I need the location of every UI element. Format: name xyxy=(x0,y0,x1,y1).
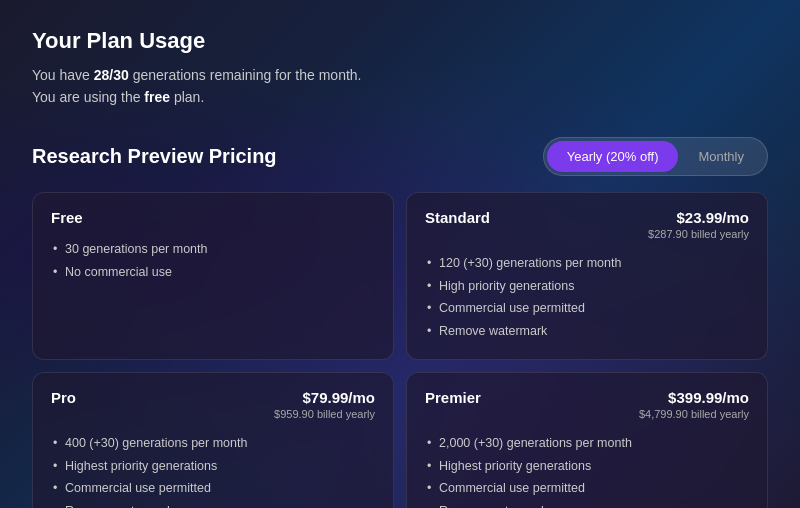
pro-price-block: $79.99/mo $959.90 billed yearly xyxy=(274,389,375,420)
standard-feature-4: Remove watermark xyxy=(425,320,749,343)
yearly-toggle-button[interactable]: Yearly (20% off) xyxy=(547,141,679,172)
desc-mid: generations remaining for the month. xyxy=(129,67,362,83)
standard-price: $23.99/mo xyxy=(648,209,749,226)
free-plan-features: 30 generations per month No commercial u… xyxy=(51,238,375,284)
pro-price: $79.99/mo xyxy=(274,389,375,406)
free-plan-name: Free xyxy=(51,209,83,226)
premier-feature-1: 2,000 (+30) generations per month xyxy=(425,432,749,455)
pricing-header: Research Preview Pricing Yearly (20% off… xyxy=(32,137,768,176)
free-plan-header: Free xyxy=(51,209,375,226)
standard-plan-features: 120 (+30) generations per month High pri… xyxy=(425,252,749,343)
free-feature-2: No commercial use xyxy=(51,261,375,284)
pricing-title: Research Preview Pricing xyxy=(32,145,277,168)
premier-plan-header: Premier $399.99/mo $4,799.90 billed year… xyxy=(425,389,749,420)
plans-grid: Free 30 generations per month No commerc… xyxy=(32,192,768,508)
premier-price-block: $399.99/mo $4,799.90 billed yearly xyxy=(639,389,749,420)
standard-billed: $287.90 billed yearly xyxy=(648,228,749,240)
premier-plan-card: Premier $399.99/mo $4,799.90 billed year… xyxy=(406,372,768,508)
premier-feature-2: Highest priority generations xyxy=(425,455,749,478)
pro-feature-4: Remove watermark xyxy=(51,500,375,508)
standard-plan-card: Standard $23.99/mo $287.90 billed yearly… xyxy=(406,192,768,360)
standard-plan-name: Standard xyxy=(425,209,490,226)
pricing-section: Research Preview Pricing Yearly (20% off… xyxy=(32,137,768,508)
standard-plan-header: Standard $23.99/mo $287.90 billed yearly xyxy=(425,209,749,240)
pro-feature-2: Highest priority generations xyxy=(51,455,375,478)
pro-plan-features: 400 (+30) generations per month Highest … xyxy=(51,432,375,508)
free-plan-card: Free 30 generations per month No commerc… xyxy=(32,192,394,360)
pro-plan-card: Pro $79.99/mo $959.90 billed yearly 400 … xyxy=(32,372,394,508)
pro-plan-header: Pro $79.99/mo $959.90 billed yearly xyxy=(51,389,375,420)
standard-price-block: $23.99/mo $287.90 billed yearly xyxy=(648,209,749,240)
standard-feature-3: Commercial use permitted xyxy=(425,297,749,320)
standard-feature-1: 120 (+30) generations per month xyxy=(425,252,749,275)
plan-usage-title: Your Plan Usage xyxy=(32,28,768,54)
monthly-toggle-button[interactable]: Monthly xyxy=(678,141,764,172)
desc-line2-suffix: plan. xyxy=(170,89,204,105)
billing-toggle-group: Yearly (20% off) Monthly xyxy=(543,137,768,176)
premier-billed: $4,799.90 billed yearly xyxy=(639,408,749,420)
free-feature-1: 30 generations per month xyxy=(51,238,375,261)
pro-plan-name: Pro xyxy=(51,389,76,406)
plan-name-bold: free xyxy=(144,89,170,105)
premier-price: $399.99/mo xyxy=(639,389,749,406)
main-container: Your Plan Usage You have 28/30 generatio… xyxy=(0,0,800,508)
usage-count: 28/30 xyxy=(94,67,129,83)
premier-feature-3: Commercial use permitted xyxy=(425,477,749,500)
desc-line2-prefix: You are using the xyxy=(32,89,144,105)
premier-plan-features: 2,000 (+30) generations per month Highes… xyxy=(425,432,749,508)
pro-feature-1: 400 (+30) generations per month xyxy=(51,432,375,455)
plan-usage-description: You have 28/30 generations remaining for… xyxy=(32,64,768,109)
plan-usage-section: Your Plan Usage You have 28/30 generatio… xyxy=(32,28,768,109)
premier-feature-4: Remove watermark xyxy=(425,500,749,508)
pro-feature-3: Commercial use permitted xyxy=(51,477,375,500)
premier-plan-name: Premier xyxy=(425,389,481,406)
standard-feature-2: High priority generations xyxy=(425,275,749,298)
desc-prefix: You have xyxy=(32,67,94,83)
pro-billed: $959.90 billed yearly xyxy=(274,408,375,420)
